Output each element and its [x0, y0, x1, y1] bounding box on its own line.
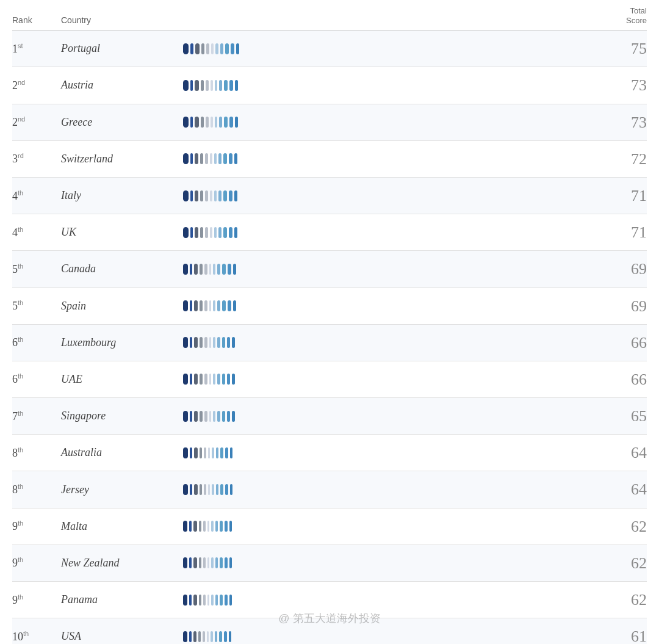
bar-segment — [205, 153, 208, 164]
bar-segment — [223, 190, 227, 201]
bar-cell — [183, 189, 598, 203]
rankings-table: Rank Country TotalScore 1st Portugal 75 … — [0, 0, 659, 644]
bar-segment — [204, 447, 206, 458]
country-cell: Jersey — [61, 483, 183, 496]
bar-segment — [210, 190, 212, 201]
bar-segment — [211, 595, 214, 606]
table-body: 1st Portugal 75 2nd Austria 73 2 — [12, 31, 647, 644]
bar-segment — [193, 595, 197, 606]
rank-cell: 10th — [12, 630, 61, 643]
table-row: 2nd Austria 73 — [12, 67, 647, 104]
country-cell: Panama — [61, 593, 183, 606]
bar-segment — [215, 631, 217, 642]
bar-segment — [190, 300, 192, 311]
bar-cell — [183, 336, 598, 349]
bar-cell — [183, 372, 598, 386]
bar-cell — [183, 42, 598, 56]
bar-segment — [214, 227, 217, 238]
bar-segment — [222, 411, 225, 422]
score-cell: 62 — [598, 590, 647, 609]
bar-segment — [213, 374, 215, 385]
bar-segment — [229, 521, 232, 532]
bar-segment — [183, 264, 188, 275]
rank-cell: 8th — [12, 446, 61, 460]
bar-cell — [183, 630, 598, 643]
bar-segment — [183, 631, 187, 642]
bar-segment — [201, 80, 204, 91]
bar-segment — [193, 557, 197, 568]
rank-cell: 6th — [12, 336, 61, 349]
bar-segment — [219, 80, 222, 91]
bar-segment — [190, 411, 192, 422]
bar-segment — [215, 43, 218, 54]
bar-cell — [183, 152, 598, 165]
bar-segment — [190, 227, 193, 238]
bar-segment — [183, 411, 188, 422]
table-row: 1st Portugal 75 — [12, 31, 647, 67]
bar-segment — [211, 557, 214, 568]
bar-segment — [204, 484, 206, 495]
bar-track — [183, 336, 598, 349]
bar-segment — [183, 43, 189, 54]
bar-segment — [189, 521, 192, 532]
bar-segment — [235, 117, 238, 128]
bar-segment — [201, 43, 204, 54]
bar-segment — [195, 153, 198, 164]
bar-track — [183, 262, 598, 276]
bar-segment — [194, 411, 198, 422]
bar-segment — [215, 595, 218, 606]
bar-segment — [228, 300, 231, 311]
bar-segment — [200, 227, 203, 238]
bar-segment — [215, 521, 218, 532]
bar-segment — [210, 153, 212, 164]
bar-segment — [190, 264, 192, 275]
bar-segment — [183, 153, 189, 164]
bar-segment — [232, 374, 235, 385]
score-header: TotalScore — [598, 6, 647, 25]
bar-segment — [229, 117, 233, 128]
bar-segment — [200, 337, 203, 348]
country-cell: New Zealand — [61, 557, 183, 570]
bar-segment — [194, 374, 198, 385]
bar-segment — [218, 190, 221, 201]
table-row: 4th Italy 71 — [12, 178, 647, 214]
country-cell: Austria — [61, 79, 183, 92]
bar-segment — [205, 190, 208, 201]
country-cell: Singapore — [61, 410, 183, 422]
bar-segment — [183, 557, 187, 568]
bar-segment — [225, 595, 228, 606]
bar-segment — [208, 447, 210, 458]
bar-cell — [183, 556, 598, 570]
bar-segment — [190, 337, 192, 348]
bar-segment — [205, 227, 208, 238]
bar-segment — [230, 447, 232, 458]
score-cell: 62 — [598, 517, 647, 536]
bar-segment — [220, 447, 223, 458]
bar-segment — [194, 300, 198, 311]
bar-segment — [183, 80, 189, 91]
bar-track — [183, 556, 598, 570]
table-row: 6th Luxembourg 66 — [12, 325, 647, 361]
bar-segment — [233, 300, 236, 311]
bar-segment — [193, 521, 197, 532]
score-cell: 65 — [598, 407, 647, 425]
bar-segment — [222, 337, 225, 348]
bar-segment — [200, 374, 203, 385]
table-row: 9th New Zealand 62 — [12, 545, 647, 582]
bar-cell — [183, 262, 598, 276]
bar-segment — [190, 117, 193, 128]
bar-segment — [195, 80, 199, 91]
bar-segment — [211, 117, 213, 128]
country-cell: Luxembourg — [61, 336, 183, 349]
rank-cell: 4th — [12, 226, 61, 239]
bar-segment — [220, 521, 223, 532]
table-row: 8th Jersey 64 — [12, 471, 647, 508]
bar-track — [183, 226, 598, 239]
bar-segment — [209, 300, 211, 311]
bar-segment — [236, 43, 239, 54]
bar-segment — [209, 411, 211, 422]
bar-track — [183, 299, 598, 313]
bar-segment — [225, 447, 228, 458]
bar-segment — [224, 80, 228, 91]
table-row: 3rd Switzerland 72 — [12, 141, 647, 178]
